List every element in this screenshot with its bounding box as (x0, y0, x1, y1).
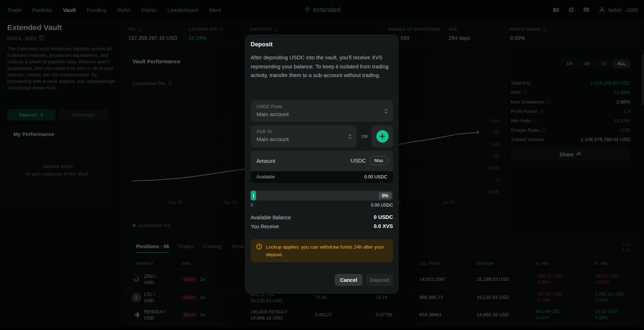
to-select-label: XVS To (256, 129, 272, 134)
receive-value: 0.0 XVS (374, 223, 393, 229)
slider-value-label: 0.00 USDC (371, 203, 393, 208)
slider-tick (357, 194, 358, 197)
app-root: Trade Portfolio Vault Funding Refer Poin… (0, 0, 644, 327)
modal-description: After depositing USDC into the vault, yo… (251, 53, 394, 80)
deposit-submit-button[interactable]: Deposit (366, 274, 393, 286)
amount-slider[interactable]: 0% (251, 191, 393, 200)
slider-tick (322, 194, 322, 197)
cancel-button[interactable]: Cancel (335, 274, 363, 286)
slider-min-label: 0 (251, 203, 253, 208)
deposit-modal: Deposit After depositing USDC into the v… (245, 34, 399, 294)
to-account-select[interactable]: XVS To Main account (251, 125, 357, 147)
to-select-value: Main account (256, 136, 289, 142)
slider-percent-badge: 0% (379, 192, 392, 199)
lockup-warning: Lockup applies: you can withdraw funds 2… (251, 239, 393, 262)
or-separator: OR (360, 134, 370, 139)
receive-label: You Receive (251, 224, 279, 229)
chevron-updown-icon (348, 134, 352, 141)
plus-icon (376, 130, 389, 143)
available-strip: Available 0.00 USDC (251, 171, 393, 183)
from-select-value: Main account (256, 111, 289, 117)
chevron-updown-icon (384, 108, 388, 115)
available-value: 0.00 USDC (364, 174, 387, 179)
amount-currency: USDC (351, 157, 366, 164)
from-select-label: USDC From (256, 104, 282, 109)
max-button[interactable]: Max (369, 156, 388, 165)
amount-label: Amount (256, 158, 275, 164)
balance-label: Available Balance (251, 215, 291, 220)
slider-tick (286, 194, 287, 197)
amount-input[interactable]: Amount USDC Max (251, 151, 393, 171)
modal-title: Deposit (251, 41, 273, 48)
add-subaccount-button[interactable] (372, 125, 393, 147)
clock-icon (256, 244, 262, 251)
from-account-select[interactable]: USDC From Main account (251, 100, 393, 122)
lockup-warning-text: Lockup applies: you can withdraw funds 2… (266, 243, 387, 258)
balance-value: 0 USDC (374, 214, 393, 220)
available-label: Available (256, 174, 275, 179)
slider-handle[interactable] (251, 191, 256, 200)
